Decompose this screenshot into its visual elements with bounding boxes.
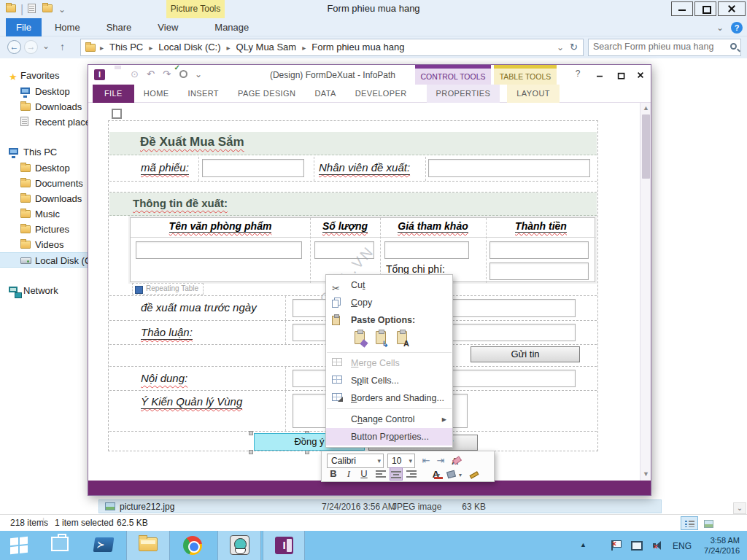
menu-item-change-control[interactable]: Change Control: [326, 411, 452, 428]
tray-network-icon[interactable]: [630, 540, 642, 551]
details-view-button[interactable]: [681, 516, 698, 530]
action-center-icon[interactable]: [610, 540, 622, 551]
ten-input[interactable]: [136, 241, 302, 259]
recent-locations-icon[interactable]: [42, 39, 50, 52]
sidebar-item-videos[interactable]: Videos: [0, 237, 88, 252]
nhan-vien-input[interactable]: [428, 159, 590, 177]
underline-icon[interactable]: U: [357, 467, 371, 481]
breadcrumb-current-folder[interactable]: Form phieu mua hang: [301, 39, 409, 56]
taskbar-chrome[interactable]: [170, 531, 215, 560]
volume-muted-icon[interactable]: [652, 540, 664, 551]
quick-publish-icon[interactable]: ⊙: [131, 69, 139, 79]
italic-icon[interactable]: I: [342, 467, 355, 481]
repeating-table-tag[interactable]: Repeating Table: [132, 283, 204, 295]
font-size-select[interactable]: 10: [387, 454, 415, 468]
align-left-icon[interactable]: [374, 467, 387, 481]
taskbar-server-manager[interactable]: [44, 531, 76, 560]
help-icon[interactable]: ?: [731, 22, 743, 34]
menu-item-button-properties[interactable]: Button Properties...: [326, 428, 452, 446]
format-painter-icon[interactable]: [468, 467, 481, 481]
menu-item-copy[interactable]: Copy: [326, 294, 452, 311]
language-indicator[interactable]: ENG: [673, 541, 692, 551]
canvas-scrollbar[interactable]: ▲ ▼: [640, 103, 651, 481]
sidebar-item-recent-places[interactable]: Recent places: [0, 114, 88, 130]
sidebar-this-pc[interactable]: This PC: [0, 144, 88, 160]
taskbar-infopath[interactable]: I: [263, 531, 305, 560]
infopath-maximize-button[interactable]: [612, 69, 628, 81]
menu-item-split-cells[interactable]: Split Cells...: [326, 372, 452, 389]
total-input[interactable]: [489, 262, 589, 280]
infopath-help-icon[interactable]: ?: [570, 69, 586, 81]
breadcrumb-local-disk[interactable]: Local Disk (C:): [147, 39, 225, 56]
clock-date[interactable]: 7/24/2016: [702, 546, 740, 555]
taskbar-messenger-app[interactable]: [217, 531, 261, 560]
tab-file[interactable]: FILE: [93, 85, 134, 103]
sidebar-item-desktop[interactable]: Desktop: [0, 84, 88, 99]
gia-input[interactable]: [384, 241, 469, 259]
sidebar-item-pictures[interactable]: Pictures: [0, 222, 88, 237]
taskbar-file-explorer[interactable]: [126, 531, 170, 560]
sidebar-network[interactable]: Network: [0, 283, 88, 298]
table-select-handle[interactable]: [112, 109, 122, 119]
address-bar[interactable]: This PC Local Disk (C:) QLy Mua Sam Form…: [80, 39, 584, 56]
ribbon-expand-icon[interactable]: [716, 20, 724, 34]
close-button[interactable]: [718, 1, 746, 16]
thanhtien-input[interactable]: [489, 241, 589, 259]
sidebar-item-pc-downloads[interactable]: Downloads: [0, 191, 88, 206]
selection-handle[interactable]: [249, 450, 253, 454]
sidebar-item-local-disk[interactable]: Local Disk (C:: [0, 252, 88, 268]
search-icon[interactable]: [730, 43, 737, 50]
up-icon[interactable]: ↑: [60, 41, 65, 52]
undo-icon[interactable]: ↶: [147, 69, 155, 79]
redo-icon[interactable]: ↷: [163, 69, 171, 79]
infopath-minimize-button[interactable]: [592, 69, 608, 81]
shading-icon[interactable]: [444, 467, 457, 481]
send-button[interactable]: Gửi tin: [471, 346, 580, 362]
breadcrumb-qly-mua-sam[interactable]: QLy Mua Sam: [225, 39, 301, 56]
refresh-icon[interactable]: ↻: [570, 42, 578, 52]
scroll-thumb[interactable]: [642, 114, 650, 179]
tab-layout[interactable]: LAYOUT: [507, 85, 560, 103]
taskbar-powershell[interactable]: ≻: [88, 531, 121, 560]
thumbnail-view-button[interactable]: [700, 516, 717, 530]
tab-home[interactable]: Home: [42, 18, 93, 36]
ma-phieu-input[interactable]: [202, 159, 304, 177]
clear-formatting-icon[interactable]: A: [452, 456, 458, 467]
font-family-select[interactable]: Calibri: [327, 454, 384, 468]
maximize-button[interactable]: [694, 1, 716, 16]
tab-file[interactable]: File: [6, 18, 42, 36]
clock-time[interactable]: 3:58 AM: [702, 536, 740, 545]
scrollbar-down-icon[interactable]: ⌄: [733, 502, 746, 514]
sidebar-item-music[interactable]: Music: [0, 206, 88, 222]
tab-page-design[interactable]: PAGE DESIGN: [228, 85, 305, 103]
sidebar-item-documents[interactable]: Documents: [0, 176, 88, 191]
tab-home[interactable]: HOME: [134, 85, 179, 103]
file-row-picture212[interactable]: picture212.jpg 7/24/2016 3:56 AM JPEG im…: [98, 499, 662, 513]
paste-text-only-button[interactable]: [393, 329, 411, 348]
shading-dropdown-icon[interactable]: ▾: [459, 472, 462, 478]
align-center-icon[interactable]: [390, 467, 403, 481]
tray-expand-icon[interactable]: ▲: [580, 541, 587, 548]
tab-view[interactable]: View: [144, 18, 191, 36]
paste-match-destination-button[interactable]: [372, 329, 390, 348]
menu-item-cut[interactable]: Cut: [326, 276, 452, 294]
bold-icon[interactable]: B: [327, 467, 340, 481]
address-dropdown-icon[interactable]: [557, 40, 564, 53]
decrease-indent-icon[interactable]: ⇤: [419, 454, 433, 467]
back-icon[interactable]: ←: [7, 40, 21, 54]
start-button[interactable]: [0, 531, 38, 560]
sidebar-item-pc-desktop[interactable]: Desktop: [0, 160, 88, 176]
forward-icon[interactable]: →: [24, 40, 38, 54]
search-input[interactable]: [589, 39, 720, 54]
breadcrumb-this-pc[interactable]: This PC: [98, 39, 147, 56]
tab-manage[interactable]: Manage: [201, 18, 262, 36]
scroll-up-icon[interactable]: ▲: [641, 104, 651, 114]
sidebar-item-downloads[interactable]: Downloads: [0, 99, 88, 114]
tab-properties[interactable]: PROPERTIES: [427, 85, 500, 103]
infopath-close-button[interactable]: [632, 69, 649, 81]
paste-keep-formatting-button[interactable]: [351, 329, 368, 348]
align-right-icon[interactable]: [405, 467, 418, 481]
qat-customize-icon[interactable]: [195, 67, 202, 80]
font-color-dropdown-icon[interactable]: ▾: [437, 472, 440, 478]
increase-indent-icon[interactable]: ⇥: [434, 454, 447, 467]
